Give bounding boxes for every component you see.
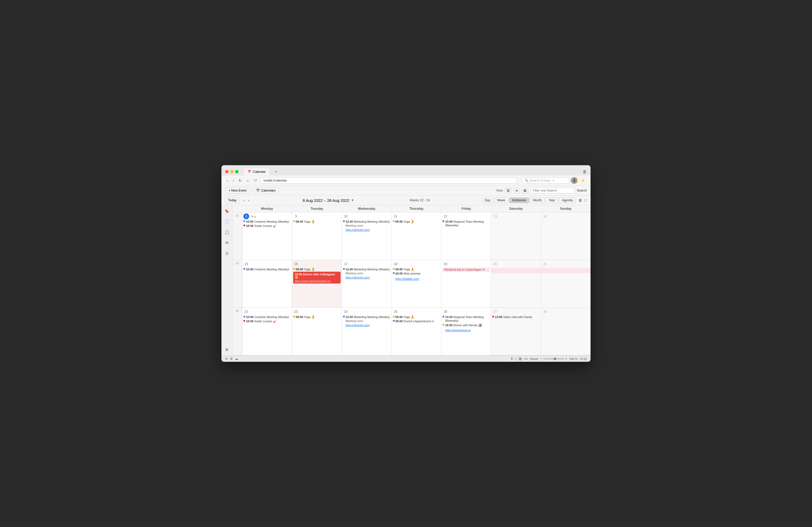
sidebar-settings-icon[interactable]: ⚙ xyxy=(223,346,231,353)
event-yoga-16[interactable]: 08:00 Yoga 🧘 xyxy=(293,267,340,271)
view-list-icon[interactable]: ≡ xyxy=(514,188,520,193)
zoom-minus[interactable]: − xyxy=(540,357,542,361)
event-contents-meeting-w32[interactable]: 10:00 Contents Meeting (Weekly) xyxy=(243,220,291,223)
event-videochat-27[interactable]: 13:00 Video chat with Family xyxy=(492,315,540,319)
event-link-17[interactable]: https://whereby.com/ xyxy=(343,275,390,280)
event-link-18[interactable]: https://dribbble.com/ xyxy=(393,276,440,281)
event-link-24[interactable]: https://whereby.com/ xyxy=(343,323,390,327)
view-tab-week[interactable]: Week xyxy=(494,197,508,203)
day-aug-9[interactable]: 9 08:00 Yoga 🧘 xyxy=(292,213,342,260)
event-yoga-23[interactable]: 08:00 Yoga 🧘 xyxy=(293,315,340,319)
day-aug-23[interactable]: 23 08:00 Yoga 🧘 xyxy=(292,308,342,355)
event-marketing-10[interactable]: 12:00 Marketing Meeting (Weekly) xyxy=(343,220,390,223)
day-aug-15[interactable]: 15 10:00 Contents Meeting (Weekly) xyxy=(242,260,292,308)
prev-period-button[interactable]: ‹ xyxy=(242,197,246,203)
event-copenhagen-span[interactable]: Weekend trip to Copenhagen ✈ xyxy=(443,267,490,272)
event-link-26[interactable]: https://www.kanpai.no xyxy=(443,327,490,332)
new-tab-button[interactable]: ＋ xyxy=(272,168,280,175)
day-aug-26[interactable]: 26 13:00 Regional Team Meeting (Biweekly… xyxy=(441,308,491,355)
bottom-icon-2[interactable]: ⊞ xyxy=(230,357,233,361)
filter-search-input[interactable] xyxy=(531,188,575,193)
event-guitar-w32[interactable]: 18:00 Guitar Lesson 🎸 xyxy=(243,224,291,228)
event-contents-22[interactable]: 10:00 Contents Meeting (Weekly) xyxy=(243,315,291,319)
address-bar[interactable]: vivaldi://calendar xyxy=(260,177,517,184)
today-button[interactable]: Today xyxy=(225,197,240,203)
event-regional-26[interactable]: 13:00 Regional Team Meeting (Biweekly) xyxy=(443,315,490,323)
bottom-icon-code[interactable]: </> xyxy=(524,357,528,361)
view-tab-agenda[interactable]: Agenda xyxy=(559,197,576,203)
view-tab-day[interactable]: Day xyxy=(482,197,493,203)
day-aug-22[interactable]: 22 10:00 Contents Meeting (Weekly) 18:00… xyxy=(242,308,292,355)
trash-icon[interactable]: 🗑 xyxy=(583,170,587,174)
sidebar-panel-icon[interactable]: ⊡ xyxy=(223,250,231,257)
event-regional-12[interactable]: 13:00 Regional Team Meeting (Biweekly) xyxy=(443,220,490,228)
day-aug-27[interactable]: 27 13:00 Video chat with Family xyxy=(491,308,541,355)
reload-button[interactable]: ↻ xyxy=(237,178,243,184)
event-marketing-24[interactable]: 12:00 Marketing Meeting (Weekly) xyxy=(343,315,390,319)
event-yoga-9[interactable]: 08:00 Yoga 🧘 xyxy=(293,220,340,223)
day-aug-20[interactable]: 20 xyxy=(491,260,541,308)
whereby-link-24[interactable]: https://whereby.com/ xyxy=(346,324,370,327)
day-aug-8[interactable]: 8 Aug 10:00 Contents Meeting (Weekly) 18… xyxy=(242,213,292,260)
view-tab-year[interactable]: Year xyxy=(546,197,558,203)
event-link-10[interactable]: https://whereby.com/ xyxy=(343,227,390,232)
event-yoga-11[interactable]: 08:00 Yoga 🧘 xyxy=(393,220,440,223)
kanpai-link[interactable]: https://www.kanpai.no xyxy=(445,329,470,332)
event-doctor-25[interactable]: 09:00 Doctor's Appointment ✏ xyxy=(393,319,440,323)
day-aug-17[interactable]: 17 12:00 Marketing Meeting (Weekly) Meet… xyxy=(342,260,392,308)
bottom-icon-window[interactable]: □ xyxy=(515,357,517,361)
bottom-icon-image[interactable]: 🖼 xyxy=(519,357,522,361)
day-aug-21[interactable]: 21 xyxy=(541,260,591,308)
colonelmustard-link[interactable]: https://www.colonelmustard.no xyxy=(295,280,331,282)
event-yoga-18[interactable]: 08:00 Yoga 🧘 xyxy=(393,267,440,271)
event-contents-15[interactable]: 10:00 Contents Meeting (Weekly) xyxy=(243,267,291,271)
zoom-slider[interactable] xyxy=(543,358,564,360)
day-aug-10[interactable]: 10 12:00 Marketing Meeting (Weekly) Meet… xyxy=(342,213,392,260)
day-aug-18[interactable]: 18 08:00 Yoga 🧘 20:00 Web seminar https:… xyxy=(392,260,441,308)
sidebar-notes-icon[interactable]: 📋 xyxy=(223,229,231,236)
shield-button[interactable]: 🛡 xyxy=(252,178,259,184)
home-button[interactable]: ⌂ xyxy=(245,178,250,184)
next-period-button[interactable]: › xyxy=(246,197,251,203)
dribbble-link[interactable]: https://dribbble.com/ xyxy=(395,277,419,280)
calendars-button[interactable]: 📅 Calendars xyxy=(252,187,279,194)
day-aug-25[interactable]: 25 08:00 Yoga 🧘 09:00 Doctor's Appointme… xyxy=(392,308,441,355)
whereby-link-17[interactable]: https://whereby.com/ xyxy=(346,276,370,279)
whereby-link-10[interactable]: https://whereby.com/ xyxy=(346,229,370,231)
sidebar-mail-icon[interactable]: ✉ xyxy=(223,239,231,246)
search-bar[interactable]: 🔍 Search Ecosia ▼ xyxy=(522,177,569,184)
back-button[interactable]: ‹ xyxy=(225,178,230,184)
avatar[interactable]: 👤 xyxy=(571,177,578,184)
day-aug-13[interactable]: 13 xyxy=(491,213,541,260)
zoom-handle[interactable] xyxy=(554,357,556,360)
bottom-icon-upload[interactable]: ⬆ xyxy=(511,357,513,361)
close-button[interactable] xyxy=(225,170,229,173)
sidebar-bookmark-icon[interactable]: 🔖 xyxy=(223,207,231,215)
delete-icon[interactable]: 🗑 xyxy=(578,198,582,202)
day-aug-12[interactable]: 12 13:00 Regional Team Meeting (Biweekly… xyxy=(441,213,491,260)
event-dinner-block[interactable]: 18:00 Dinner with Colleagues 😋 https://w… xyxy=(293,272,340,283)
view-grid-icon[interactable]: ⊞ xyxy=(522,188,528,193)
day-aug-16[interactable]: 16 08:00 Yoga 🧘 18:00 Dinner with Collea… xyxy=(292,260,342,308)
bottom-icon-3[interactable]: ☁ xyxy=(235,357,238,361)
view-tab-multiweek[interactable]: Multiweek xyxy=(509,197,529,203)
day-aug-28[interactable]: 28 xyxy=(541,308,591,355)
day-aug-11[interactable]: 11 08:00 Yoga 🧘 xyxy=(392,213,441,260)
view-tab-month[interactable]: Month xyxy=(530,197,545,203)
new-event-button[interactable]: + New Event xyxy=(225,187,250,194)
bottom-icon-1[interactable]: ⊡ xyxy=(225,357,228,361)
reset-label[interactable]: Reset xyxy=(530,357,538,361)
zoom-plus[interactable]: + xyxy=(565,357,567,361)
day-aug-14[interactable]: 14 xyxy=(541,213,591,260)
event-yoga-25[interactable]: 08:00 Yoga 🧘 xyxy=(393,315,440,319)
view-compact-icon[interactable]: ☰ xyxy=(505,188,512,193)
day-aug-19[interactable]: 19 Weekend trip to Copenhagen ✈ xyxy=(441,260,491,308)
forward-button[interactable]: › xyxy=(231,178,236,184)
day-aug-24[interactable]: 24 12:00 Marketing Meeting (Weekly) Meet… xyxy=(342,308,392,355)
sidebar-history-icon[interactable]: 🕐 xyxy=(223,218,231,225)
event-dinner-friends-26[interactable]: 18:00 Dinner with friends 🍱 xyxy=(443,323,490,327)
minimize-button[interactable] xyxy=(230,170,234,173)
date-range[interactable]: 8 Aug 2022 – 28 Aug 2022 ▼ xyxy=(303,198,354,203)
event-guitar-22[interactable]: 18:00 Guitar Lesson 🎸 xyxy=(243,319,291,323)
maximize-button[interactable] xyxy=(235,170,238,173)
